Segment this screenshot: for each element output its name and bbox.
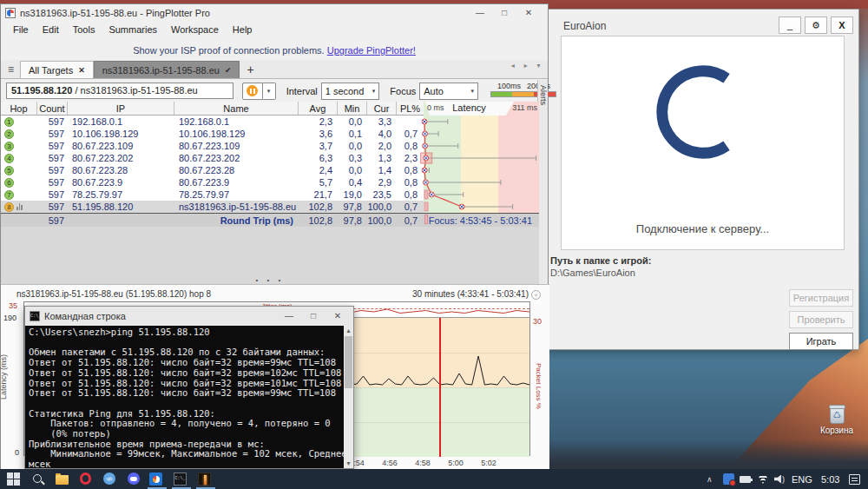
menu-tools[interactable]: Tools — [66, 22, 102, 37]
scroll-down-icon[interactable]: ▼ — [344, 459, 353, 468]
packet-loss-axis-max: 30 — [533, 317, 542, 326]
tab-close-icon[interactable]: ✕ — [78, 66, 85, 75]
count-cell: 597 — [37, 116, 68, 128]
hop-row[interactable]: 459780.67.223.20280.67.223.2026,30,31,32… — [1, 152, 424, 164]
upgrade-banner: Show your ISP proof of connection proble… — [1, 38, 548, 60]
minimize-button[interactable]: — — [468, 6, 492, 19]
battery-icon[interactable] — [740, 469, 751, 489]
settings-gear-icon[interactable]: ⚙ — [805, 17, 827, 34]
name-cell: 80.67.223.202 — [174, 152, 299, 164]
play-button[interactable]: Играть — [789, 333, 853, 350]
target-address-box[interactable]: 51.195.88.120 / ns3181963.ip-51-195-88.e… — [6, 83, 233, 99]
name-cell: 80.67.223.9 — [174, 176, 299, 188]
new-tab-button[interactable]: + — [240, 63, 260, 78]
count-cell: 597 — [37, 176, 68, 188]
close-button[interactable]: X — [831, 17, 853, 34]
wifi-icon[interactable] — [757, 469, 769, 489]
hop-number-badge: 5 — [4, 166, 14, 175]
tab-scroll-arrows[interactable]: ◄ ► ▼ — [510, 63, 544, 69]
panel-splitter-handle[interactable]: • • • — [1, 277, 539, 284]
maximize-button[interactable]: □ — [492, 6, 516, 19]
interval-select[interactable]: 1 second ▾ — [321, 83, 380, 100]
clock[interactable]: 5:03 — [821, 469, 839, 489]
col-count[interactable]: Count — [37, 102, 68, 115]
col-hop[interactable]: Hop — [1, 102, 37, 115]
banner-text: Show your ISP proof of connection proble… — [133, 45, 325, 56]
recycle-bin[interactable]: Корзина — [814, 406, 859, 435]
upgrade-link[interactable]: Upgrade PingPlotter! — [327, 45, 416, 56]
hop-number-badge: 8 — [4, 202, 14, 212]
col-name[interactable]: Name — [174, 102, 299, 115]
ip-cell: 78.25.79.97 — [68, 188, 174, 201]
hop-row[interactable]: 359780.67.223.10980.67.223.1093,70,02,00… — [1, 140, 424, 152]
timeline-range-dropdown[interactable]: ˅ — [531, 290, 541, 300]
language-indicator[interactable]: ENG — [792, 469, 812, 489]
hop-row[interactable]: 659780.67.223.980.67.223.95,70,42,90,8 — [1, 176, 424, 188]
hop-row[interactable]: 759778.25.79.9778.25.79.9721,719,023,50,… — [1, 188, 424, 201]
tray-expand-chevron[interactable]: ∧ — [707, 469, 713, 489]
minimize-button[interactable]: _ — [779, 17, 801, 34]
scroll-up-icon[interactable]: ▲ — [344, 326, 353, 335]
count-cell: 597 — [37, 140, 68, 152]
register-button[interactable]: Регистрация — [789, 289, 853, 307]
titlebar[interactable]: C:\_ Командная строка — □ ✕ — [25, 307, 353, 326]
interval-label: Interval — [286, 86, 318, 96]
opera-icon[interactable] — [80, 472, 91, 485]
chevron-down-icon: ▾ — [372, 88, 376, 95]
packet-loss-cell: 0,8 — [397, 188, 424, 201]
pause-dropdown[interactable]: ▾ — [263, 83, 276, 100]
packet-loss-cell: 0,8 — [397, 140, 424, 152]
time-tick: 4:58 — [415, 459, 431, 467]
menu-workspace[interactable]: Workspace — [164, 22, 226, 37]
maximize-button[interactable]: □ — [301, 309, 326, 322]
check-button[interactable]: Проверить — [789, 311, 853, 328]
cur-cell: 1,4 — [367, 164, 397, 176]
hamburger-icon[interactable]: ≡ — [1, 63, 20, 78]
avg-cell: 5,7 — [299, 176, 338, 188]
pause-button[interactable] — [242, 83, 263, 100]
col-pl[interactable]: PL% — [397, 102, 424, 115]
minimize-button[interactable]: — — [277, 309, 301, 322]
focus-select[interactable]: Auto ▾ — [419, 83, 478, 100]
col-ip[interactable]: IP — [68, 102, 174, 115]
round-trip-row: 597 Round Trip (ms) 102,8 97,8 100,0 0,7… — [1, 213, 539, 227]
scrollbar-thumb[interactable] — [345, 336, 352, 388]
tab-all-targets[interactable]: All Targets ✕ — [20, 61, 94, 78]
pingplotter-taskbar-icon[interactable] — [149, 472, 162, 486]
pingplotter-app-icon — [5, 8, 16, 18]
time-tick: 5:00 — [448, 459, 464, 467]
avg-cell: 21,7 — [299, 188, 338, 201]
menu-summaries[interactable]: Summaries — [102, 22, 164, 37]
menu-edit[interactable]: Edit — [36, 22, 66, 37]
qbittorrent-icon[interactable]: qb — [103, 472, 115, 485]
tray-app-icon[interactable] — [723, 469, 734, 489]
close-button[interactable]: ✕ — [326, 309, 350, 322]
ip-cell: 80.67.223.202 — [68, 152, 174, 164]
name-cell: ns3181963.ip-51-195-88.eu — [174, 201, 299, 213]
action-center-icon[interactable] — [849, 469, 860, 489]
tab-target[interactable]: ns3181963.ip-51-195-88.eu ✔ — [94, 61, 240, 78]
ip-cell: 80.67.223.109 — [68, 140, 174, 152]
file-explorer-icon[interactable] — [56, 475, 69, 485]
menu-help[interactable]: Help — [226, 22, 260, 37]
search-icon[interactable] — [33, 474, 42, 483]
cmd-taskbar-icon[interactable]: C:\_ — [174, 472, 187, 486]
recycle-bin-icon[interactable] — [830, 406, 845, 424]
scrollbar[interactable]: ▲ ▼ — [344, 326, 353, 468]
discord-icon[interactable] — [128, 472, 140, 485]
hop-row[interactable]: 259710.106.198.12910.106.198.1293,60,14,… — [1, 128, 424, 140]
col-min[interactable]: Min — [338, 102, 367, 115]
volume-icon[interactable]: ) — [774, 469, 785, 489]
start-button[interactable] — [7, 472, 22, 487]
hop-row[interactable]: 859751.195.88.120ns3181963.ip-51-195-88.… — [1, 201, 424, 213]
col-cur[interactable]: Cur — [367, 102, 397, 115]
col-avg[interactable]: Avg — [299, 102, 338, 115]
hop-row[interactable]: 559780.67.223.2880.67.223.282,40,01,40,8 — [1, 164, 424, 176]
euroaion-taskbar-icon[interactable] — [198, 472, 211, 486]
close-button[interactable]: ✕ — [516, 6, 541, 19]
chevron-down-icon: ▾ — [470, 88, 474, 95]
round-trip-label: Round Trip (ms) — [174, 214, 299, 227]
titlebar[interactable]: ns3181963.ip-51-195-88.eu - PingPlotter … — [1, 4, 548, 21]
hop-row[interactable]: 1597192.168.0.1192.168.0.12,30,03,3 — [1, 116, 424, 128]
menu-file[interactable]: File — [6, 22, 36, 37]
